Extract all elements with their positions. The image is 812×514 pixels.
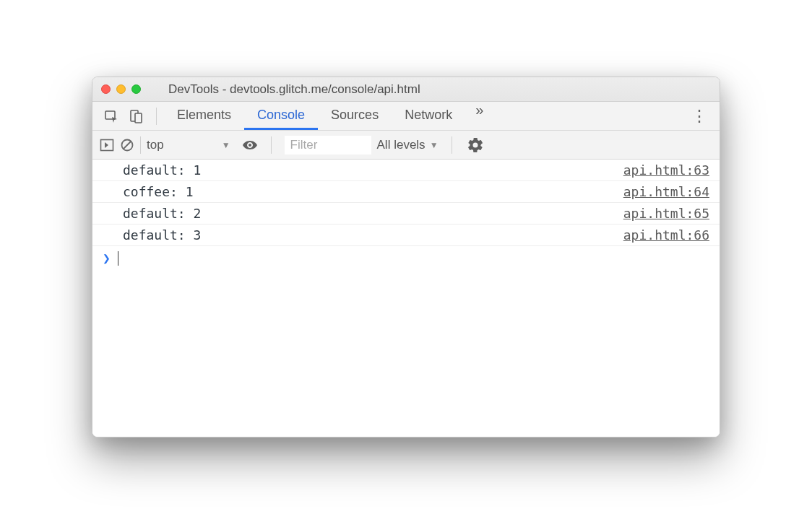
console-message: default: 1 bbox=[123, 162, 201, 178]
context-selector[interactable]: top ▼ bbox=[140, 136, 236, 154]
console-row: default: 3 api.html:66 bbox=[92, 225, 720, 246]
svg-rect-2 bbox=[135, 113, 142, 123]
console-message: default: 3 bbox=[123, 227, 201, 243]
device-toolbar-icon[interactable] bbox=[129, 109, 143, 123]
divider bbox=[271, 136, 272, 154]
console-message: default: 2 bbox=[123, 206, 201, 221]
prompt-caret-icon: ❯ bbox=[103, 251, 111, 266]
levels-label: All levels bbox=[377, 138, 426, 152]
panel-tabs: Elements Console Sources Network » bbox=[164, 102, 493, 130]
zoom-window-button[interactable] bbox=[131, 84, 141, 94]
console-settings-icon[interactable] bbox=[468, 138, 483, 152]
console-output: default: 1 api.html:63 coffee: 1 api.htm… bbox=[92, 160, 720, 437]
clear-console-icon[interactable] bbox=[120, 138, 134, 152]
dropdown-triangle-icon: ▼ bbox=[430, 140, 439, 150]
source-link[interactable]: api.html:63 bbox=[623, 162, 709, 178]
dropdown-triangle-icon: ▼ bbox=[222, 140, 230, 150]
log-levels-selector[interactable]: All levels ▼ bbox=[377, 138, 439, 152]
live-expression-icon[interactable] bbox=[242, 139, 258, 151]
toggle-sidebar-icon[interactable] bbox=[100, 139, 114, 152]
console-prompt[interactable]: ❯ bbox=[92, 246, 720, 270]
console-row: coffee: 1 api.html:64 bbox=[92, 181, 720, 203]
svg-line-5 bbox=[124, 141, 131, 149]
titlebar: DevTools - devtools.glitch.me/console/ap… bbox=[92, 77, 720, 102]
text-cursor bbox=[118, 251, 118, 266]
minimize-window-button[interactable] bbox=[116, 84, 126, 94]
tab-console[interactable]: Console bbox=[244, 102, 318, 130]
tab-sources[interactable]: Sources bbox=[318, 102, 392, 130]
tab-network[interactable]: Network bbox=[392, 102, 465, 130]
devtools-window: DevTools - devtools.glitch.me/console/ap… bbox=[92, 77, 720, 437]
source-link[interactable]: api.html:65 bbox=[623, 206, 709, 221]
source-link[interactable]: api.html:66 bbox=[623, 227, 709, 243]
tab-elements[interactable]: Elements bbox=[164, 102, 244, 130]
window-controls bbox=[101, 84, 141, 94]
filter-input[interactable] bbox=[285, 136, 371, 154]
console-row: default: 2 api.html:65 bbox=[92, 203, 720, 225]
main-tabstrip: Elements Console Sources Network » ⋮ bbox=[92, 102, 720, 131]
console-toolbar: top ▼ All levels ▼ bbox=[92, 131, 720, 160]
inspect-element-icon[interactable] bbox=[104, 109, 118, 123]
divider bbox=[156, 108, 157, 125]
console-row: default: 1 api.html:63 bbox=[92, 160, 720, 181]
window-title: DevTools - devtools.glitch.me/console/ap… bbox=[168, 82, 420, 97]
context-label: top bbox=[147, 138, 164, 152]
console-message: coffee: 1 bbox=[123, 184, 194, 199]
source-link[interactable]: api.html:64 bbox=[623, 184, 709, 199]
more-tabs-button[interactable]: » bbox=[465, 102, 493, 130]
close-window-button[interactable] bbox=[101, 84, 111, 94]
kebab-menu-icon[interactable]: ⋮ bbox=[691, 107, 708, 126]
divider bbox=[452, 136, 452, 154]
